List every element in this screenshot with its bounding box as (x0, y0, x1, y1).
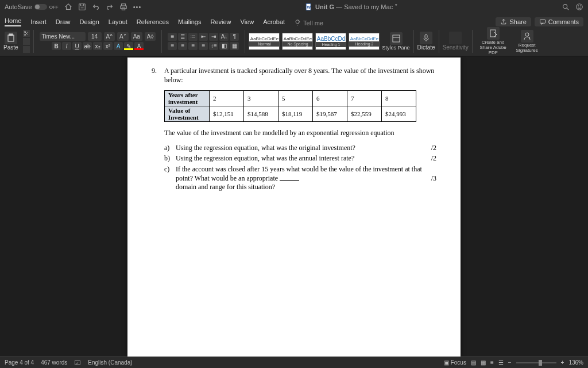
document-page[interactable]: 9. A particular investment is tracked sp… (127, 57, 461, 356)
tab-mailings[interactable]: Mailings (178, 17, 201, 26)
borders-icon[interactable]: ▦ (230, 42, 239, 50)
underline-button[interactable]: U (72, 42, 82, 50)
autosave-state: OFF (49, 5, 59, 10)
styles-pane-button[interactable]: Styles Pane (382, 32, 409, 51)
view-outline-icon[interactable]: ☰ (498, 359, 504, 366)
question-stem: A particular investment is tracked spora… (164, 67, 436, 85)
font-name-select[interactable]: Times New... (40, 32, 86, 41)
tab-acrobat[interactable]: Acrobat (263, 17, 285, 26)
justify-icon[interactable]: ≡ (199, 42, 208, 50)
zoom-in-button[interactable]: + (561, 359, 564, 366)
language-indicator[interactable]: English (Canada) (88, 359, 132, 366)
search-icon[interactable] (562, 3, 570, 11)
tell-me[interactable]: Tell me (294, 20, 323, 26)
tab-draw[interactable]: Draw (56, 17, 71, 26)
face-icon[interactable] (575, 3, 583, 11)
styles-gallery[interactable]: AaBbCcDdEeNormal AaBbCcDdEeNo Spacing Aa… (249, 33, 380, 50)
undo-icon[interactable] (92, 3, 100, 11)
clear-format-icon[interactable]: A◊ (145, 32, 156, 41)
dictate-button[interactable]: Dictate (417, 32, 435, 51)
strike-button[interactable]: ab (83, 42, 92, 50)
font-size-select[interactable]: 14 (88, 32, 102, 41)
more-icon[interactable]: ••• (133, 3, 142, 10)
tab-references[interactable]: References (137, 17, 169, 26)
tab-insert[interactable]: Insert (30, 17, 47, 26)
svg-rect-21 (75, 361, 80, 365)
share-button[interactable]: Share (496, 17, 531, 26)
change-case-icon[interactable]: Aa (131, 32, 142, 41)
data-table: Years after investment 2 3 5 6 7 8 Value… (164, 90, 416, 122)
sensitivity-button[interactable]: Sensitivity (443, 32, 469, 51)
subscript-button[interactable]: x₂ (93, 42, 102, 50)
view-print-icon[interactable]: ▤ (471, 359, 476, 366)
view-web-icon[interactable]: ▦ (481, 359, 486, 366)
tab-design[interactable]: Design (80, 17, 99, 26)
status-bar: Page 4 of 4 467 words English (Canada) ▣… (0, 356, 588, 368)
align-left-icon[interactable]: ≡ (168, 42, 177, 50)
create-share-pdf-button[interactable]: Create and Share Adobe PDF (476, 27, 510, 55)
workspace: 9. A particular investment is tracked sp… (0, 56, 588, 356)
save-status: — Saved to my Mac (336, 3, 393, 10)
word-doc-icon: W (305, 3, 313, 11)
table-row: Years after investment 2 3 5 6 7 8 (165, 91, 416, 106)
show-marks-icon[interactable]: ¶ (230, 33, 239, 41)
shading-icon[interactable]: ◧ (219, 42, 229, 50)
spellcheck-icon[interactable] (74, 359, 81, 366)
grow-font-icon[interactable]: A^ (104, 32, 115, 41)
question-number: 9. (152, 67, 164, 85)
multilevel-icon[interactable]: ≔ (188, 33, 198, 41)
shrink-font-icon[interactable]: A˅ (117, 32, 129, 41)
numbering-icon[interactable]: ≣ (178, 33, 187, 41)
svg-rect-14 (9, 34, 13, 36)
tab-view[interactable]: View (241, 17, 254, 26)
italic-button[interactable]: I (62, 42, 71, 50)
redo-icon[interactable] (106, 3, 114, 11)
focus-mode[interactable]: ▣ Focus (444, 359, 466, 366)
svg-point-9 (578, 6, 579, 6)
superscript-button[interactable]: x² (103, 42, 113, 50)
home-icon[interactable] (64, 3, 72, 11)
autosave-toggle[interactable] (34, 4, 47, 10)
zoom-out-button[interactable]: − (508, 359, 512, 366)
bullets-icon[interactable]: ≡ (168, 33, 177, 41)
page-indicator[interactable]: Page 4 of 4 (5, 359, 34, 366)
font-color-icon[interactable]: A (134, 42, 144, 50)
autosave-label: AutoSave (5, 3, 32, 10)
title-bar: AutoSave OFF ••• W Unit G — Saved to my … (0, 0, 588, 14)
zoom-level[interactable]: 136% (568, 359, 583, 366)
outdent-icon[interactable]: ⇤ (199, 33, 208, 41)
tab-home[interactable]: Home (5, 16, 21, 26)
format-painter-icon[interactable] (23, 46, 30, 53)
svg-point-11 (296, 20, 299, 24)
cut-icon[interactable] (23, 30, 30, 37)
highlight-icon[interactable]: ✎ (124, 42, 133, 50)
word-count[interactable]: 467 words (41, 359, 67, 366)
ribbon: Paste Times New... 14 A^ A˅ Aa A◊ B I U … (0, 26, 588, 56)
view-read-icon[interactable]: ≡ (490, 359, 494, 366)
model-sentence: The value of the investment can be model… (164, 129, 436, 138)
paste-button[interactable]: Paste (3, 32, 18, 51)
align-center-icon[interactable]: ≡ (178, 42, 187, 50)
indent-icon[interactable]: ⇥ (209, 33, 218, 41)
save-icon[interactable] (78, 3, 86, 11)
part-a: a) Using the regression equation, what w… (164, 144, 436, 153)
copy-icon[interactable] (23, 38, 30, 45)
text-effects-icon[interactable]: A (114, 42, 123, 50)
menu-bar: Home Insert Draw Design Layout Reference… (0, 14, 588, 26)
align-right-icon[interactable]: ≡ (188, 42, 198, 50)
zoom-slider[interactable] (516, 362, 556, 363)
sort-icon[interactable]: A↓ (219, 33, 229, 41)
line-spacing-icon[interactable]: ↕≡ (209, 42, 218, 50)
comments-button[interactable]: Comments (535, 17, 583, 26)
tab-review[interactable]: Review (210, 17, 231, 26)
svg-rect-18 (425, 34, 427, 39)
print-icon[interactable] (119, 3, 127, 11)
svg-rect-3 (122, 8, 125, 10)
svg-point-8 (577, 4, 583, 10)
svg-rect-0 (79, 4, 85, 10)
request-signatures-button[interactable]: Request Signatures (513, 30, 541, 53)
bold-button[interactable]: B (52, 42, 61, 50)
tab-layout[interactable]: Layout (109, 17, 127, 26)
svg-rect-13 (8, 35, 14, 41)
svg-rect-19 (490, 30, 496, 37)
